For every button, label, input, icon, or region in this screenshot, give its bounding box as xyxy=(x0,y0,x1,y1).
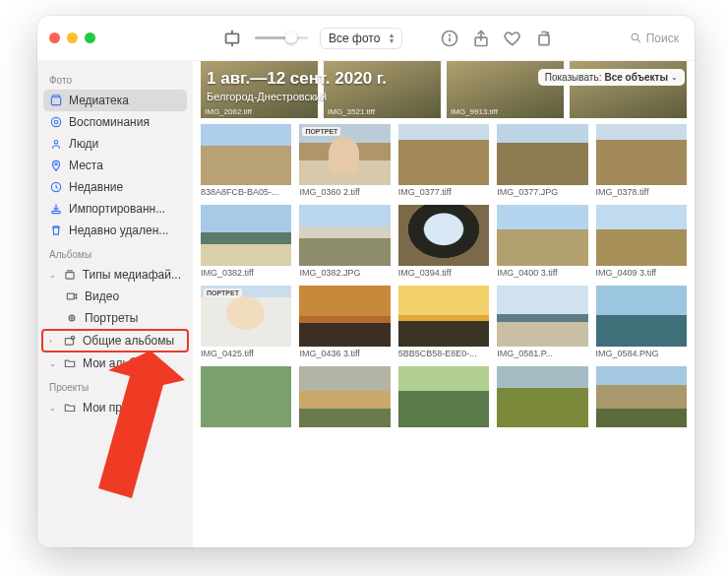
photo-caption: 838A8FCB-BA05-... xyxy=(201,187,291,199)
close-window-button[interactable] xyxy=(49,32,60,43)
photo-thumbnail xyxy=(398,205,489,266)
photo-cell[interactable]: ПОРТРЕТIMG_0425.tiff xyxy=(201,286,291,360)
header-subtitle: Белгород-Днестровский xyxy=(207,91,387,102)
people-icon xyxy=(49,137,63,151)
photo-caption: IMG_0425.tiff xyxy=(201,349,291,360)
places-icon xyxy=(49,159,63,172)
search-placeholder: Поиск xyxy=(646,32,679,45)
chevron-down-icon: ⌄ xyxy=(671,73,678,82)
stack-icon xyxy=(63,268,77,282)
photo-cell[interactable]: IMG_0378.tiff xyxy=(596,124,687,199)
fullscreen-window-button[interactable] xyxy=(85,32,95,43)
sidebar-item-imported[interactable]: Импортированн... xyxy=(43,198,187,220)
svg-point-14 xyxy=(54,141,58,145)
photo-cell[interactable]: IMG_0382.tiff xyxy=(201,205,291,280)
photo-cell[interactable]: IMG_0377.JPG xyxy=(497,124,587,199)
photo-grid: 838A8FCB-BA05-...ПОРТРЕТIMG_0360 2.tiffI… xyxy=(193,124,695,547)
sidebar-item-shared-albums[interactable]: › Общие альбомы xyxy=(41,329,189,352)
photo-cell[interactable]: IMG_0382.JPG xyxy=(299,205,390,280)
svg-line-9 xyxy=(637,39,640,42)
svg-point-20 xyxy=(69,315,75,321)
photo-caption: IMG_0382.tiff xyxy=(201,268,291,280)
photo-thumbnail: ПОРТРЕТ xyxy=(299,124,390,185)
photo-caption: IMG_0584.PNG xyxy=(596,349,687,360)
photo-cell[interactable]: 5BB5CB58-E8E0-... xyxy=(398,286,489,360)
sidebar: Фото Медиатека Воспоминания Люди Места Н… xyxy=(37,61,193,547)
sidebar-item-mediatypes[interactable]: ⌄ Типы медиафай... xyxy=(43,264,187,286)
trash-icon xyxy=(49,224,63,237)
recent-icon xyxy=(49,180,63,194)
photo-cell[interactable] xyxy=(201,366,291,441)
photo-caption: IMG_0394.tiff xyxy=(398,268,489,280)
photo-thumbnail xyxy=(596,124,687,185)
photo-caption xyxy=(299,429,390,441)
sidebar-item-library[interactable]: Медиатека xyxy=(43,90,187,111)
show-filter-button[interactable]: Показывать: Все объекты ⌄ xyxy=(538,69,685,86)
sidebar-item-people[interactable]: Люди xyxy=(43,133,187,155)
photo-cell[interactable]: IMG_0409 3.tiff xyxy=(596,205,687,280)
shared-icon xyxy=(63,334,77,348)
photo-cell[interactable] xyxy=(497,366,587,441)
info-icon[interactable] xyxy=(440,29,459,48)
photo-cell[interactable]: IMG_0436 3.tiff xyxy=(299,286,390,360)
photo-cell[interactable]: IMG_0394.tiff xyxy=(398,205,489,280)
photo-thumbnail xyxy=(596,286,687,347)
sidebar-item-places[interactable]: Места xyxy=(43,155,187,176)
sidebar-item-my-projects[interactable]: ⌄ Мои проекты xyxy=(43,397,187,418)
photo-thumbnail xyxy=(201,366,291,427)
photo-thumbnail xyxy=(596,205,687,266)
sidebar-item-recent[interactable]: Недавние xyxy=(43,176,187,198)
svg-rect-19 xyxy=(67,293,74,299)
photo-thumbnail xyxy=(497,205,587,266)
photo-caption xyxy=(497,429,587,441)
svg-rect-7 xyxy=(539,34,549,44)
header-overlay: 1 авг.—12 сент. 2020 г. Белгород-Днестро… xyxy=(207,69,685,102)
photo-thumbnail xyxy=(398,124,489,185)
window-controls xyxy=(49,32,95,43)
view-select[interactable]: Все фото ▴▾ xyxy=(320,28,402,49)
app-window: Все фото ▴▾ Поиск Фото Медиатека Воспоми… xyxy=(37,16,695,547)
svg-rect-18 xyxy=(66,273,74,279)
favorite-icon[interactable] xyxy=(503,29,522,48)
svg-point-13 xyxy=(54,120,58,124)
chevron-down-icon: ⌄ xyxy=(49,271,57,280)
photo-thumbnail xyxy=(398,286,489,347)
zoom-slider[interactable] xyxy=(255,36,308,39)
section-photo: Фото xyxy=(43,67,187,90)
photo-cell[interactable]: IMG_0377.tiff xyxy=(398,124,489,199)
chevron-right-icon: › xyxy=(49,337,57,346)
share-icon[interactable] xyxy=(471,29,491,48)
photo-thumbnail xyxy=(299,366,390,427)
photo-cell[interactable]: 838A8FCB-BA05-... xyxy=(201,124,291,199)
photo-cell[interactable]: ПОРТРЕТIMG_0360 2.tiff xyxy=(299,124,390,199)
photo-cell[interactable]: IMG_0581.P... xyxy=(497,286,587,360)
section-albums: Альбомы xyxy=(43,241,187,264)
sidebar-item-deleted[interactable]: Недавно удален... xyxy=(43,220,187,241)
photo-caption: 5BB5CB58-E8E0-... xyxy=(398,349,489,360)
svg-point-21 xyxy=(71,317,73,319)
sidebar-item-video[interactable]: Видео xyxy=(43,286,187,307)
photo-thumbnail xyxy=(201,124,291,185)
photo-cell[interactable]: IMG_0400 3.tiff xyxy=(497,205,587,280)
svg-rect-17 xyxy=(52,211,60,213)
rotate-icon[interactable] xyxy=(534,29,554,48)
search-field[interactable]: Поиск xyxy=(630,32,679,45)
photo-thumbnail: ПОРТРЕТ xyxy=(201,286,291,347)
photo-cell[interactable] xyxy=(398,366,489,441)
sidebar-item-portraits[interactable]: Портреты xyxy=(43,307,187,329)
photo-caption: IMG_0382.JPG xyxy=(299,268,390,280)
photo-caption: IMG_0409 3.tiff xyxy=(596,268,687,280)
photo-cell[interactable] xyxy=(299,366,390,441)
sidebar-item-memories[interactable]: Воспоминания xyxy=(43,111,187,133)
photo-cell[interactable] xyxy=(596,366,687,441)
video-icon xyxy=(65,289,79,303)
header-title: 1 авг.—12 сент. 2020 г. xyxy=(207,69,387,89)
folder-icon xyxy=(63,401,77,415)
photo-cell[interactable]: IMG_0584.PNG xyxy=(596,286,687,360)
photo-caption: IMG_0377.JPG xyxy=(497,187,587,199)
minimize-window-button[interactable] xyxy=(67,32,78,43)
photo-caption: IMG_0377.tiff xyxy=(398,187,489,199)
sidebar-item-my-albums[interactable]: ⌄ Мои альбом xyxy=(43,352,187,374)
photo-thumbnail xyxy=(201,205,291,266)
aspect-toggle-button[interactable] xyxy=(221,28,243,49)
